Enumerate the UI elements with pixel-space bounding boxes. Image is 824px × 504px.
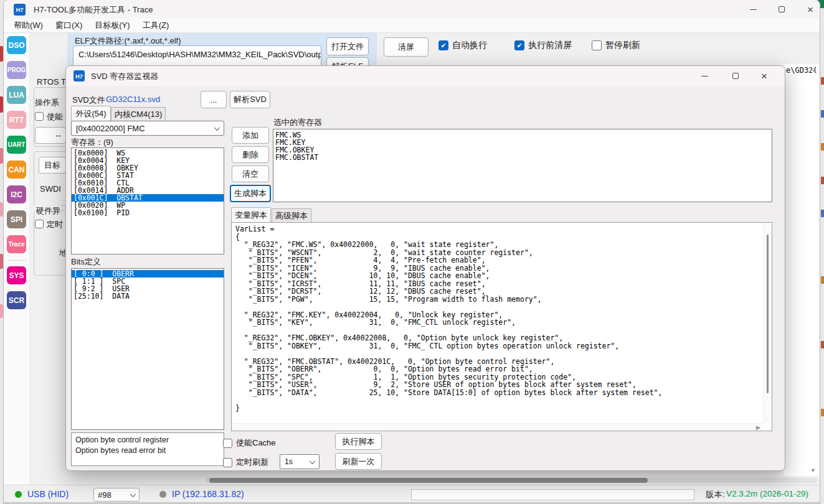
script-editor[interactable]: VarList = { "_REG32", "FMC.WS", 0x400220…: [231, 222, 772, 431]
add-button[interactable]: 添加: [232, 127, 269, 144]
checkbox-box[interactable]: [223, 458, 232, 467]
script-vertical-scrollbar[interactable]: [763, 223, 772, 423]
script-text[interactable]: VarList = { "_REG32", "FMC.WS", 0x400220…: [235, 225, 762, 422]
sidebar-item-trace[interactable]: Trace: [7, 235, 26, 253]
clear-screen-button[interactable]: 清屏: [384, 37, 429, 57]
timer-checkbox-bg[interactable]: [35, 220, 44, 228]
delete-button[interactable]: 删除: [232, 146, 269, 163]
checkbox-box[interactable]: [592, 40, 602, 50]
open-file-button[interactable]: 打开文件: [326, 37, 369, 55]
sidebar-item-can[interactable]: CAN: [7, 161, 26, 179]
left-edge-fragment: [0, 304, 3, 318]
version-value: V2.3.2m (2026-01-29): [726, 489, 808, 498]
menu-item[interactable]: 帮助(W): [7, 19, 49, 32]
checkbox-box[interactable]: [438, 40, 448, 50]
target-button[interactable]: 目标: [39, 157, 66, 174]
svd-file-name[interactable]: GD32C11x.svd: [106, 95, 160, 104]
selected-register-item[interactable]: FMC.KEY: [273, 139, 772, 146]
sidebar: DSOPROGLUARTTUARTCANI2CSPITraceSYSSCR: [4, 33, 30, 485]
tab-variable-script[interactable]: 变量脚本: [231, 207, 271, 222]
sidebar-item-lua[interactable]: LUA: [7, 86, 26, 104]
selected-registers-label: 选中的寄存器: [273, 117, 322, 128]
sidebar-item-i2c[interactable]: I2C: [7, 185, 26, 203]
parse-svd-button[interactable]: 解析SVD: [230, 91, 270, 108]
selected-register-item[interactable]: FMC.WS: [273, 131, 772, 139]
bit-list-item[interactable]: [25:10] DATA: [72, 292, 224, 300]
enable-cache-checkbox[interactable]: 使能Cache: [223, 437, 276, 449]
run-script-button[interactable]: 执行脚本: [335, 433, 382, 450]
status-bar: USB (HID) #98 IP (192.168.31.82) 版本: V2.…: [4, 485, 820, 502]
selected-register-item[interactable]: FMC.OBKEY: [273, 146, 772, 154]
menu-item[interactable]: 目标板(Y): [88, 19, 136, 32]
menu-bar: 帮助(W)窗口(X)目标板(Y)工具(Z): [4, 19, 820, 33]
minimize-icon: [701, 76, 708, 77]
sidebar-item-dso[interactable]: DSO: [7, 36, 26, 54]
sidebar-item-sys[interactable]: SYS: [7, 266, 26, 284]
checkbox-label: 执行前清屏: [528, 40, 572, 51]
enable-checkbox[interactable]: [35, 112, 44, 121]
timer-refresh-checkbox[interactable]: 定时刷新: [223, 457, 268, 468]
tab-advanced-script[interactable]: 高级脚本: [272, 208, 311, 222]
scroll-right-icon[interactable]: [756, 424, 760, 431]
maximize-button[interactable]: [767, 0, 796, 19]
clear-button[interactable]: 清空: [232, 166, 269, 182]
menu-item[interactable]: 工具(Z): [136, 19, 176, 32]
ip-status-label: IP (192.168.31.82): [172, 489, 244, 499]
toolbar-checkbox-2[interactable]: 执行前清屏: [514, 40, 572, 51]
dialog-close-button[interactable]: [751, 66, 777, 86]
script-vertical-scrollbar-thumb[interactable]: [767, 235, 769, 393]
sidebar-item-uart[interactable]: UART: [7, 136, 26, 154]
rtos-group-label: RTOS T: [36, 77, 67, 86]
checkbox-box[interactable]: [514, 40, 524, 50]
scroll-up-icon[interactable]: [812, 67, 817, 73]
peripheral-select[interactable]: [0x40022000] FMC: [71, 121, 224, 136]
toolbar-checkbox-1[interactable]: 自动换行: [438, 40, 487, 51]
refresh-interval-select[interactable]: 1s: [280, 454, 320, 469]
dialog-minimize-button[interactable]: [691, 66, 717, 86]
hw-group-label: 硬件异: [35, 205, 62, 217]
script-horizontal-scrollbar[interactable]: [232, 423, 763, 431]
swd-label: SWDI: [40, 184, 61, 194]
menu-item[interactable]: 窗口(X): [49, 19, 88, 32]
bit-description: Option byte control register Option byte…: [71, 432, 224, 466]
sidebar-item-rtt[interactable]: RTT: [7, 111, 26, 129]
trace-output-area: [784, 64, 819, 476]
horizontal-scrollbar-thumb[interactable]: [209, 478, 648, 483]
browse-button[interactable]: ...: [201, 91, 227, 108]
chevron-down-icon: [310, 458, 316, 464]
chevron-down-icon: [130, 491, 136, 497]
left-edge-fragment: [0, 202, 3, 217]
tab-core-cm4[interactable]: 内核CM4(13): [111, 107, 166, 121]
close-button[interactable]: [796, 0, 824, 19]
device-number-value: #98: [98, 490, 111, 500]
progress-bar: [411, 489, 694, 500]
device-number-select[interactable]: #98: [93, 488, 140, 502]
dash-button[interactable]: --: [35, 127, 66, 144]
register-list[interactable]: [0x0000] WS[0x0004] KEY[0x0008] OBKEY[0x…: [71, 147, 224, 254]
sidebar-item-prog[interactable]: PROG: [7, 61, 26, 79]
window-title: H7-TOOL多功能开发工具 - Trace: [34, 4, 153, 16]
sidebar-item-spi[interactable]: SPI: [7, 210, 26, 228]
tab-peripherals[interactable]: 外设(54): [71, 106, 111, 121]
selected-register-item[interactable]: FMC.OBSTAT: [273, 154, 772, 161]
toolbar-checkbox-3[interactable]: 暂停刷新: [592, 40, 640, 51]
usb-status-dot: [15, 491, 22, 498]
dialog-logo-icon: H7: [73, 70, 85, 82]
minimize-button[interactable]: [739, 0, 767, 19]
bits-list[interactable]: [ 0:0 ] OBERR[ 1:1 ] SPC[ 9:2 ] USER[25:…: [71, 268, 224, 430]
checkbox-box[interactable]: [223, 439, 232, 448]
enable-checkbox-label: 使能: [47, 111, 63, 123]
selected-registers-list[interactable]: FMC.WSFMC.KEYFMC.OBKEYFMC.OBSTAT: [273, 129, 772, 202]
ip-status-dot: [159, 491, 166, 498]
bits-label: Bits定义: [71, 256, 101, 268]
register-list-item[interactable]: [0x0100] PID: [72, 209, 224, 217]
refresh-interval-value: 1s: [285, 457, 293, 466]
right-edge-fragment: [821, 110, 824, 118]
horizontal-scrollbar[interactable]: [206, 478, 817, 483]
scroll-down-icon[interactable]: [810, 467, 816, 474]
version-label: 版本:: [706, 489, 725, 500]
generate-script-button[interactable]: 生成脚本: [230, 185, 271, 202]
sidebar-item-scr[interactable]: SCR: [7, 291, 26, 309]
dialog-maximize-button[interactable]: [722, 66, 749, 86]
refresh-once-button[interactable]: 刷新一次: [335, 453, 382, 470]
